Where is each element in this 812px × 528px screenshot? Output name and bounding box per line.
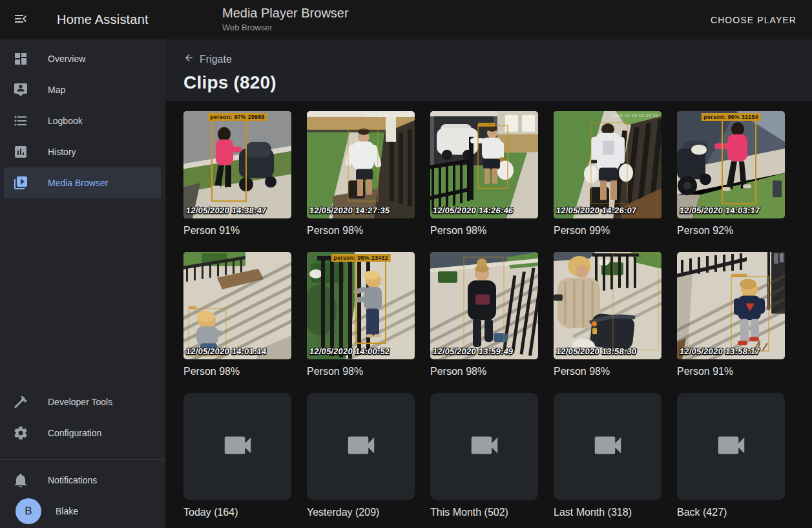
clip-caption: Person 98% (554, 366, 661, 377)
media-grid: person: 97% 29988 12/05/2020 14:38:47 Pe… (165, 101, 812, 518)
clip-item[interactable]: person: 95% 23432 12/05/2020 14:00:52 Pe… (307, 252, 415, 377)
clip-thumbnail[interactable]: 2020-12-05 15:26:06 12/05/2020 14:26:07 (554, 111, 661, 218)
clip-scene (554, 252, 661, 359)
clip-thumbnail[interactable]: 12/05/2020 14:26:46 (430, 111, 538, 218)
folder-item-today[interactable]: Today (164) (183, 393, 291, 518)
clip-caption: Person 91% (183, 225, 291, 237)
clip-thumbnail[interactable]: 12/05/2020 13:58:30 (554, 252, 661, 359)
folder-item-last-month[interactable]: Last Month (318) (554, 393, 661, 518)
clip-caption: Person 98% (430, 225, 538, 237)
clip-timestamp: 12/05/2020 14:27:35 (309, 206, 390, 215)
clip-item[interactable]: person: 97% 29988 12/05/2020 14:38:47 Pe… (183, 111, 291, 237)
sidebar-item-map[interactable]: Map (4, 74, 161, 105)
list-icon (13, 113, 28, 129)
media-browser-content: Frigate Clips (820) (165, 39, 812, 528)
folder-caption: Today (164) (183, 507, 291, 518)
clip-timestamp: 12/05/2020 14:00:52 (309, 346, 390, 356)
sidebar-item-developer-tools[interactable]: Developer Tools (4, 386, 161, 417)
arrow-left-icon (183, 52, 194, 66)
sidebar: Overview Map Logbook History (0, 39, 165, 528)
clip-caption: Person 98% (430, 366, 538, 377)
clip-thumbnail[interactable]: person: 97% 29988 12/05/2020 14:38:47 (183, 111, 291, 218)
clip-timestamp: 12/05/2020 13:58:17 (679, 346, 760, 356)
folder-item-this-month[interactable]: This Month (502) (430, 393, 538, 518)
clip-thumbnail[interactable]: 2020-12-05 15:27:36 12/05/2020 14:27:35 (307, 111, 415, 218)
clip-timestamp: 12/05/2020 14:01:14 (185, 346, 267, 356)
sidebar-item-history[interactable]: History (4, 136, 161, 167)
video-camera-icon (467, 428, 502, 465)
sidebar-toggle-button[interactable] (5, 5, 36, 36)
sidebar-notifications: Notifications (0, 465, 165, 496)
sidebar-item-label: Developer Tools (48, 397, 112, 407)
folder-thumbnail[interactable] (430, 393, 538, 500)
media-player-title: Media Player Browser (222, 6, 349, 21)
home-assistant-app: Home Assistant Media Player Browser Web … (0, 0, 812, 528)
dashboard-icon (13, 51, 28, 67)
clip-item[interactable]: 12/05/2020 14:26:46 Person 98% (430, 111, 538, 237)
camera-osd-text: 2020-12-05 15:27:36 (366, 113, 411, 118)
clip-timestamp: 12/05/2020 14:03:17 (679, 206, 760, 215)
sidebar-divider (0, 459, 165, 459)
clip-caption: Person 98% (183, 366, 291, 377)
sidebar-item-label: Media Browser (48, 178, 108, 188)
folder-item-yesterday[interactable]: Yesterday (209) (307, 393, 415, 518)
detection-label: person: 96% 32154 (701, 113, 760, 121)
clip-item[interactable]: 2020-12-05 15:27:36 12/05/2020 14:27:35 … (307, 111, 415, 237)
gear-icon (13, 425, 28, 441)
play-box-multiple-icon (13, 175, 28, 191)
detection-label: person: 95% 23432 (331, 254, 390, 262)
clip-item[interactable]: person: 96% 32154 12/05/2020 14:03:17 Pe… (677, 111, 785, 237)
folder-item-back[interactable]: Back (427) (677, 393, 785, 518)
clip-caption: Person 91% (677, 366, 785, 377)
clip-timestamp: 12/05/2020 13:58:30 (556, 346, 637, 356)
sidebar-item-user-profile[interactable]: B Blake (4, 496, 161, 527)
folder-caption: Last Month (318) (554, 507, 661, 518)
clip-scene (307, 252, 415, 359)
sidebar-item-label: History (48, 147, 76, 157)
folder-thumbnail[interactable] (677, 393, 785, 500)
clip-thumbnail[interactable]: 12/05/2020 13:59:49 (430, 252, 538, 359)
sidebar-item-label: Notifications (48, 475, 97, 485)
clip-scene (677, 252, 785, 359)
sidebar-item-notifications[interactable]: Notifications (4, 465, 161, 496)
folder-caption: Back (427) (677, 507, 785, 518)
breadcrumb[interactable]: Frigate (183, 52, 232, 66)
clip-item[interactable]: 12/05/2020 14:01:14 Person 98% (183, 252, 291, 377)
bell-icon (13, 472, 28, 488)
clip-thumbnail[interactable]: 12/05/2020 13:58:17 (677, 252, 785, 359)
sidebar-item-media-browser[interactable]: Media Browser (4, 167, 161, 198)
clip-scene (430, 111, 538, 218)
sidebar-item-configuration[interactable]: Configuration (4, 417, 161, 449)
clip-thumbnail[interactable]: person: 95% 23432 12/05/2020 14:00:52 (307, 252, 415, 359)
avatar: B (16, 498, 41, 524)
clip-thumbnail[interactable]: person: 96% 32154 12/05/2020 14:03:17 (677, 111, 785, 218)
sidebar-item-logbook[interactable]: Logbook (4, 105, 161, 136)
clip-scene (307, 111, 415, 218)
clip-item[interactable]: 12/05/2020 13:58:30 Person 98% (554, 252, 661, 377)
folder-thumbnail[interactable] (183, 393, 291, 500)
sidebar-tools: Developer Tools Configuration (0, 386, 165, 449)
video-camera-icon (590, 428, 625, 465)
folder-caption: This Month (502) (430, 507, 538, 518)
sidebar-item-overview[interactable]: Overview (4, 43, 161, 74)
sidebar-nav: Overview Map Logbook History (0, 43, 165, 198)
media-player-title-block: Media Player Browser Web Browser (222, 6, 349, 32)
folder-thumbnail[interactable] (307, 393, 415, 500)
media-player-subtitle: Web Browser (222, 23, 349, 32)
clip-item[interactable]: 12/05/2020 13:59:49 Person 98% (430, 252, 538, 377)
clip-caption: Person 99% (554, 225, 661, 237)
sidebar-user: B Blake (0, 496, 165, 527)
detection-label: person: 97% 29988 (207, 113, 267, 121)
video-camera-icon (344, 428, 379, 465)
choose-player-button[interactable]: CHOOSE PLAYER (705, 10, 802, 30)
clip-scene (183, 252, 291, 359)
clip-scene (554, 111, 661, 218)
clip-timestamp: 12/05/2020 14:38:47 (185, 206, 267, 215)
clip-caption: Person 92% (677, 225, 785, 237)
clip-item[interactable]: 2020-12-05 15:26:06 12/05/2020 14:26:07 … (554, 111, 661, 237)
sidebar-item-label: Overview (48, 54, 85, 64)
clip-scene (430, 252, 538, 359)
clip-thumbnail[interactable]: 12/05/2020 14:01:14 (183, 252, 291, 359)
clip-item[interactable]: 12/05/2020 13:58:17 Person 91% (677, 252, 785, 377)
folder-thumbnail[interactable] (554, 393, 661, 500)
